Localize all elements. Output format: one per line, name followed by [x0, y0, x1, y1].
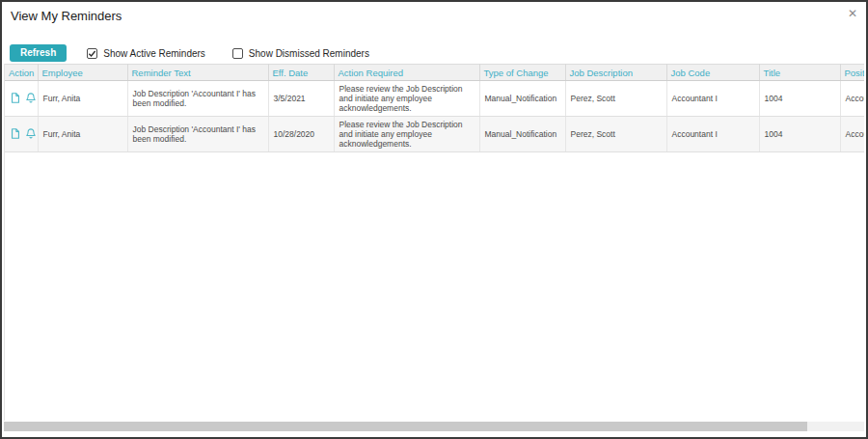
refresh-button[interactable]: Refresh [10, 44, 67, 62]
action-required-cell: Please review the Job Description and in… [334, 117, 479, 152]
table-row: Furr, Anita Job Description 'Accountant … [5, 81, 864, 117]
title-cell: 1004 [759, 81, 840, 117]
column-header-job-description[interactable]: Job Description [565, 65, 666, 81]
horizontal-scrollbar-thumb[interactable] [4, 422, 807, 431]
column-header-title[interactable]: Title [759, 65, 840, 81]
column-header-employee[interactable]: Employee [38, 65, 127, 81]
job-code-cell: Accountant I [666, 81, 759, 117]
column-header-reminder-text[interactable]: Reminder Text [127, 65, 268, 81]
show-active-reminders-group: Show Active Reminders [87, 48, 205, 59]
bell-icon[interactable] [25, 92, 37, 104]
eff-date-cell: 10/28/2020 [268, 117, 334, 152]
job-code-cell: Accountant I [666, 117, 759, 152]
horizontal-scrollbar[interactable] [4, 422, 864, 431]
show-active-checkbox[interactable] [87, 48, 97, 59]
eff-date-cell: 3/5/2021 [268, 81, 334, 117]
table-row: Furr, Anita Job Description 'Accountant … [5, 117, 864, 152]
dialog-title: View My Reminders [11, 9, 122, 23]
show-dismissed-label: Show Dismissed Reminders [249, 48, 369, 59]
column-header-job-code[interactable]: Job Code [666, 65, 759, 81]
type-of-change-cell: Manual_Notification [479, 81, 565, 117]
show-dismissed-reminders-group: Show Dismissed Reminders [232, 48, 369, 59]
column-header-position[interactable]: Position [840, 65, 864, 81]
action-cell [5, 81, 38, 117]
employee-cell: Furr, Anita [38, 81, 127, 117]
document-icon[interactable] [10, 92, 21, 104]
type-of-change-cell: Manual_Notification [479, 117, 565, 152]
bell-icon[interactable] [25, 127, 37, 140]
show-active-label: Show Active Reminders [103, 48, 205, 59]
close-icon[interactable]: ✕ [848, 8, 857, 19]
table-header-row: Action Employee Reminder Text Eff. Date … [5, 65, 864, 81]
job-description-cell: Perez, Scott [565, 81, 666, 117]
document-icon[interactable] [10, 127, 21, 140]
position-cell: Accountant I [840, 117, 864, 152]
column-header-eff-date[interactable]: Eff. Date [268, 65, 334, 81]
reminder-text-cell: Job Description 'Accountant I' has been … [127, 117, 268, 152]
column-header-action[interactable]: Action [5, 65, 38, 81]
reminder-text-cell: Job Description 'Accountant I' has been … [127, 81, 268, 117]
show-dismissed-checkbox[interactable] [232, 48, 243, 59]
title-cell: 1004 [759, 117, 840, 152]
position-cell: Accountant I [840, 81, 864, 117]
column-header-type-of-change[interactable]: Type of Change [479, 65, 565, 81]
toolbar: Refresh Show Active Reminders Show Dismi… [10, 45, 369, 61]
view-my-reminders-dialog: View My Reminders ✕ Refresh Show Active … [0, 0, 868, 439]
column-header-action-required[interactable]: Action Required [334, 65, 479, 81]
reminders-grid: Action Employee Reminder Text Eff. Date … [4, 64, 864, 421]
employee-cell: Furr, Anita [38, 117, 127, 152]
check-icon [88, 49, 96, 58]
job-description-cell: Perez, Scott [565, 117, 666, 152]
action-required-cell: Please review the Job Description and in… [334, 81, 479, 117]
action-cell [5, 117, 38, 152]
